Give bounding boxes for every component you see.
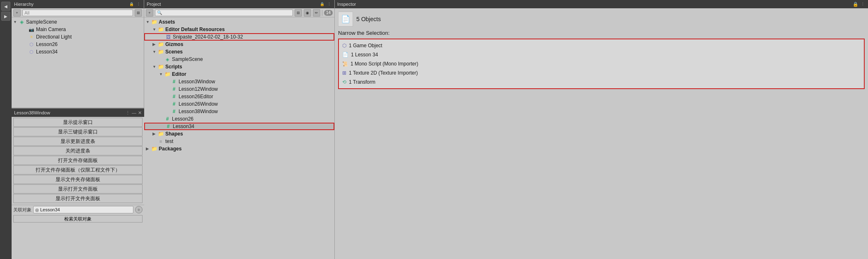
proj-editor-folder[interactable]: ▼ 📁 Editor — [144, 70, 334, 78]
hierarchy-tree: ▼ ◈ SampleScene 📷 Main Camera ☀ Directio… — [12, 17, 144, 108]
project-btn1[interactable]: ⊞ — [295, 9, 302, 17]
editor-default-label: Editor Default Resources — [165, 27, 225, 32]
project-menu-icon[interactable]: ⋮ — [326, 1, 332, 7]
proj-lesson26[interactable]: # Lesson26 — [144, 115, 334, 123]
tree-item-dirlight[interactable]: ☀ Directional Light — [12, 33, 144, 41]
lesson-btn-1[interactable]: 显示三键提示窗口 — [13, 127, 143, 136]
lesson26window-label: Lesson26Window — [179, 101, 218, 107]
project-plus-btn[interactable]: + — [146, 9, 153, 17]
inspector-menu-icon[interactable]: ⋮ — [860, 1, 866, 7]
scenes-label: Scenes — [165, 49, 183, 55]
proj-packages[interactable]: ▶ 📁 Packages — [144, 145, 334, 152]
proj-samplescene[interactable]: ◈ SampleScene — [144, 56, 334, 63]
hierarchy-header-icons: 🔒 ⋮ — [128, 1, 141, 7]
proj-test[interactable]: ≡ test — [144, 138, 334, 145]
hierarchy-menu-icon[interactable]: ⋮ — [135, 1, 141, 7]
lesson-btn-3[interactable]: 关闭进度条 — [13, 146, 143, 155]
lesson-btn-8[interactable]: 显示打开文件夹面板 — [13, 194, 143, 203]
packages-label: Packages — [159, 146, 181, 152]
sel-item-2[interactable]: 📜 1 Mono Script (Mono Importer) — [342, 59, 861, 68]
sel-item-3[interactable]: ⊞ 1 Texture 2D (Texture Importer) — [342, 68, 861, 77]
lesson34-proj-label: Lesson34 — [173, 123, 194, 129]
hierarchy-panel: Hierarchy 🔒 ⋮ + All ⊞ ▼ ◈ SampleScene 📷 — [12, 0, 144, 259]
lesson-buttons-list: 显示提示窗口 显示三键提示窗口 显示更新进度条 关闭进度条 打开文件存储面板 打… — [12, 117, 144, 204]
sel-label-3: 1 Texture 2D (Texture Importer) — [349, 70, 418, 76]
sel-item-4[interactable]: ⟲ 1 Transform — [342, 77, 861, 87]
lesson-window-minimize[interactable]: — — [132, 110, 136, 115]
sel-label-0: 1 Game Object — [349, 43, 382, 48]
project-panel: Project 🔒 ⋮ + 🔍 ⊞ ◉ ✏ 14 ▼ 📁 Assets — [144, 0, 335, 259]
search-icon: 🔍 — [157, 10, 162, 15]
proj-scenes[interactable]: ▼ 📁 Scenes — [144, 48, 334, 56]
sel-item-1[interactable]: 📄 1 Lesson 34 — [342, 50, 861, 59]
lesson-window-header: Lesson38Window ⋮ — ✕ — [12, 109, 144, 117]
test-label: test — [165, 138, 173, 144]
editor-folder-label: Editor — [172, 71, 186, 77]
inspector-content: 📄 5 Objects Narrow the Selection: ⬡ 1 Ga… — [335, 8, 868, 92]
hierarchy-lock-icon[interactable]: 🔒 — [128, 1, 134, 7]
sel-label-4: 1 Transform — [349, 79, 375, 85]
lesson-window-dots[interactable]: ⋮ — [126, 110, 130, 116]
project-tree: ▼ 📁 Assets ▼ 📁 Editor Default Resources … — [144, 17, 334, 259]
inspector-lock-icon[interactable]: 🔒 — [853, 1, 858, 7]
proj-gizmos[interactable]: ▶ 📁 Gizmos — [144, 41, 334, 48]
sel-item-0[interactable]: ⬡ 1 Game Object — [342, 41, 861, 50]
proj-editor-default[interactable]: ▼ 📁 Editor Default Resources — [144, 26, 334, 33]
project-lock-icon[interactable]: 🔒 — [319, 1, 325, 7]
hierarchy-search[interactable]: All — [22, 10, 133, 16]
hierarchy-view-btn[interactable]: ⊞ — [135, 9, 142, 17]
tree-item-maincamera[interactable]: 📷 Main Camera — [12, 26, 144, 33]
lesson-window-close[interactable]: ✕ — [138, 110, 142, 116]
lesson-btn-2[interactable]: 显示更新进度条 — [13, 137, 143, 146]
proj-lesson34[interactable]: # Lesson34 — [144, 123, 334, 130]
gameobj-icon: ⬡ — [342, 43, 346, 48]
lesson38window-label: Lesson38Window — [179, 109, 218, 114]
proj-snipaste[interactable]: 🖼 Snipaste_2024-02-02_18-10-32 — [144, 33, 334, 41]
lesson-footer: 关联对象 ◎ Lesson34 ○ — [12, 205, 144, 214]
nav-back-btn[interactable]: ◀ — [1, 2, 10, 11]
lesson-btn-5[interactable]: 打开文件存储面板（仅限工程文件下） — [13, 165, 143, 174]
project-btn2[interactable]: ◉ — [304, 9, 311, 17]
proj-lesson12window[interactable]: # Lesson12Window — [144, 85, 334, 93]
lesson-btn-7[interactable]: 显示打开文件面板 — [13, 184, 143, 194]
search-placeholder: All — [24, 10, 29, 15]
related-label: 关联对象 — [13, 207, 31, 213]
nav-forward-btn[interactable]: ▶ — [1, 12, 10, 21]
lesson-btn-6[interactable]: 显示文件夹存储面板 — [13, 175, 143, 184]
proj-assets[interactable]: ▼ 📁 Assets — [144, 18, 334, 26]
search-related-row: 检索关联对象 — [12, 214, 144, 223]
hierarchy-plus-btn[interactable]: + — [13, 9, 21, 17]
related-icon: ◎ — [35, 208, 39, 212]
left-toolbar: ◀ ▶ — [0, 0, 12, 259]
proj-scripts[interactable]: ▼ 📁 Scripts — [144, 63, 334, 70]
proj-lesson26window[interactable]: # Lesson26Window — [144, 100, 334, 108]
tree-item-samplescene[interactable]: ▼ ◈ SampleScene — [12, 18, 144, 26]
lesson12window-label: Lesson12Window — [179, 86, 218, 92]
lesson-btn-4[interactable]: 打开文件存储面板 — [13, 156, 143, 165]
tree-item-lesson34[interactable]: ⬡ Lesson34 — [12, 48, 144, 56]
lesson34-icon: 📄 — [342, 52, 348, 58]
search-related-btn[interactable]: 检索关联对象 — [13, 215, 143, 223]
camera-icon: 📷 — [28, 26, 35, 33]
tree-item-lesson26[interactable]: ⬡ Lesson26 — [12, 41, 144, 48]
light-label: Directional Light — [36, 34, 72, 40]
project-btn3[interactable]: ✏ — [313, 9, 320, 17]
project-search[interactable]: 🔍 — [155, 10, 293, 16]
lesson26editor-label: Lesson26Editor — [179, 94, 213, 99]
related-pick-btn[interactable]: ○ — [135, 206, 143, 213]
scripts-label: Scripts — [165, 64, 182, 70]
proj-lesson38window[interactable]: # Lesson38Window — [144, 108, 334, 115]
inspector-header-icons: 🔒 ⋮ — [853, 1, 866, 7]
lesson-window: Lesson38Window ⋮ — ✕ 显示提示窗口 显示三键提示窗口 显示更… — [12, 108, 144, 259]
inspector-header: Inspector 🔒 ⋮ — [335, 0, 868, 8]
hierarchy-header: Hierarchy 🔒 ⋮ — [12, 0, 144, 8]
camera-label: Main Camera — [36, 27, 66, 32]
inspector-title: Inspector — [337, 2, 851, 7]
proj-lesson26editor[interactable]: # Lesson26Editor — [144, 93, 334, 100]
lesson-btn-0[interactable]: 显示提示窗口 — [13, 118, 143, 127]
selection-box: ⬡ 1 Game Object 📄 1 Lesson 34 📜 1 Mono S… — [338, 39, 865, 89]
hierarchy-toolbar: + All ⊞ — [12, 8, 144, 17]
proj-shapes[interactable]: ▶ 📁 Shapes — [144, 130, 334, 138]
project-title: Project — [147, 2, 317, 7]
proj-lesson3window[interactable]: # Lesson3Window — [144, 78, 334, 85]
